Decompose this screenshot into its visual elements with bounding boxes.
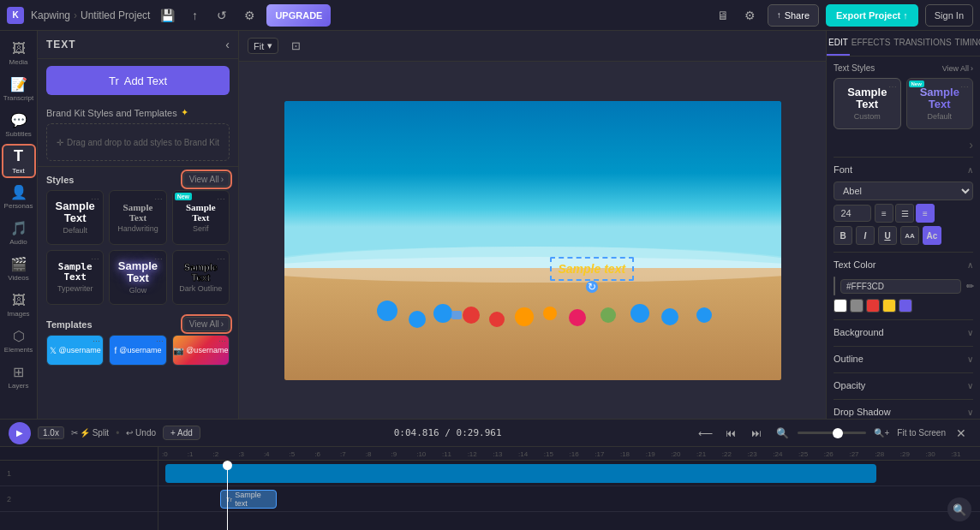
monitor-icon[interactable]: 🖥: [713, 5, 733, 26]
template-dots-icon[interactable]: ⋯: [93, 337, 100, 346]
rotate-handle[interactable]: ↻: [586, 281, 598, 293]
opacity-header[interactable]: Opacity ∨: [834, 378, 973, 392]
sidebar-item-text[interactable]: T Text: [2, 144, 36, 178]
color-preset-red[interactable]: [866, 299, 880, 313]
align-right-button[interactable]: ≡: [916, 204, 935, 223]
style-item-typewriter[interactable]: ⋯ SampleText Typewriter: [46, 250, 104, 305]
font-select[interactable]: Abel: [834, 182, 973, 200]
crop-icon[interactable]: ⊡: [285, 36, 306, 57]
ts-card-default[interactable]: New ⋯ SampleText Default: [906, 78, 974, 129]
highlight-button[interactable]: Ac: [923, 226, 941, 245]
style-item-handwriting[interactable]: ⋯ SampleText Handwriting: [109, 190, 166, 245]
text-clip[interactable]: Tr Sample text: [220, 490, 277, 509]
close-timeline-button[interactable]: ✕: [951, 423, 971, 444]
undo-button[interactable]: ↩ Undo: [126, 428, 156, 438]
upload-icon[interactable]: ↑: [184, 5, 205, 26]
style-item-dark-outline[interactable]: ⋯ SampleText Dark Outline: [172, 250, 230, 305]
speed-badge[interactable]: 1.0x: [38, 426, 64, 439]
playhead[interactable]: [227, 461, 228, 530]
add-button[interactable]: + Add: [163, 426, 200, 440]
style-item-glow[interactable]: ⋯ SampleText Glow: [109, 250, 166, 305]
template-dots-icon[interactable]: ⋯: [156, 337, 164, 346]
share-button[interactable]: ↑ Share: [768, 4, 819, 27]
history-icon[interactable]: ↺: [212, 5, 232, 26]
gear-icon[interactable]: ⚙: [740, 5, 761, 26]
style-dots-icon[interactable]: ⋯: [91, 194, 99, 204]
timeline-skip-end[interactable]: ⏭: [746, 423, 767, 444]
tab-timing[interactable]: TIMING: [953, 31, 980, 56]
zoom-in-icon[interactable]: 🔍+: [871, 423, 892, 444]
timeline-back-button[interactable]: ⟵: [695, 423, 715, 444]
template-item-twitter[interactable]: 𝕏 @username ⋯: [46, 335, 104, 366]
color-preset-purple[interactable]: [899, 299, 912, 313]
tab-transitions[interactable]: TRANSITIONS: [892, 31, 953, 56]
style-dots-icon[interactable]: ⋯: [91, 254, 99, 264]
canvas-frame[interactable]: Sample text ↻: [284, 101, 781, 380]
sidebar-item-personas[interactable]: 👤 Personas: [2, 180, 36, 214]
template-item-instagram[interactable]: 📷 @username ⋯: [172, 335, 230, 366]
video-clip[interactable]: [165, 464, 876, 483]
color-preset-gray[interactable]: [850, 299, 863, 313]
bold-button[interactable]: B: [834, 226, 852, 245]
template-item-facebook[interactable]: f @username ⋯: [109, 335, 166, 366]
ts-dots-icon[interactable]: ⋯: [888, 82, 897, 92]
fit-dropdown[interactable]: Fit ▾: [248, 38, 278, 54]
style-dots-icon[interactable]: ⋯: [154, 194, 163, 204]
align-center-button[interactable]: ☰: [895, 204, 914, 223]
tab-effects[interactable]: EFFECTS: [850, 31, 893, 56]
sidebar-item-media[interactable]: 🖼 Media: [2, 36, 36, 70]
style-dots-icon[interactable]: ⋯: [154, 254, 163, 264]
save-icon[interactable]: 💾: [157, 5, 177, 26]
background-header[interactable]: Background ∨: [834, 325, 973, 339]
play-button[interactable]: ▶: [9, 422, 31, 444]
upgrade-button[interactable]: UPGRADE: [266, 4, 331, 27]
text-selection-box[interactable]: Sample text ↻: [550, 257, 635, 281]
export-button[interactable]: Export Project ↑: [826, 4, 918, 27]
color-preset-yellow[interactable]: [882, 299, 896, 313]
font-size-input[interactable]: [834, 205, 871, 222]
align-left-button[interactable]: ≡: [875, 204, 893, 223]
style-dots-icon[interactable]: ⋯: [217, 254, 225, 264]
underline-button[interactable]: U: [878, 226, 897, 245]
drop-shadow-header[interactable]: Drop Shadow ∨: [834, 405, 973, 419]
search-button[interactable]: 🔍: [947, 497, 971, 521]
italic-button[interactable]: I: [856, 226, 875, 245]
sidebar-item-images[interactable]: 🖼 Images: [2, 288, 36, 322]
styles-view-all-button[interactable]: View All ›: [183, 172, 230, 187]
style-item-serif[interactable]: New ⋯ SampleText Serif: [172, 190, 230, 245]
brand-logo[interactable]: K: [7, 7, 24, 24]
color-preset-white[interactable]: [834, 299, 847, 313]
templates-view-all-button[interactable]: View All ›: [183, 317, 230, 331]
text-styles-view-all[interactable]: View All ›: [942, 64, 973, 73]
color-hex-input[interactable]: [840, 279, 961, 294]
template-dots-icon[interactable]: ⋯: [218, 337, 226, 346]
signin-button[interactable]: Sign In: [925, 4, 973, 27]
zoom-slider[interactable]: [798, 432, 866, 434]
sidebar-item-transcript[interactable]: 📝 Transcript: [2, 72, 36, 106]
zoom-out-icon[interactable]: 🔍: [772, 423, 792, 444]
sidebar-item-audio[interactable]: 🎵 Audio: [2, 216, 36, 250]
ts-dots-icon[interactable]: ⋯: [960, 82, 969, 92]
style-dots-icon[interactable]: ⋯: [217, 194, 225, 204]
text-color-header[interactable]: Text Color ∧: [834, 258, 973, 271]
sidebar-item-videos[interactable]: 🎬 Videos: [2, 252, 36, 286]
settings-icon[interactable]: ⚙: [239, 5, 260, 26]
font-header[interactable]: Font ∧: [834, 163, 973, 176]
add-text-button[interactable]: Tr Add Text: [46, 66, 230, 95]
ts-carousel-chevron[interactable]: ›: [969, 138, 973, 152]
color-edit-button[interactable]: ✏: [966, 281, 974, 292]
outline-header[interactable]: Outline ∨: [834, 352, 973, 366]
tab-edit[interactable]: EDIT: [827, 31, 850, 56]
collapse-panel-button[interactable]: ‹: [225, 38, 230, 51]
sidebar-item-layers[interactable]: ⊞ Layers: [2, 360, 36, 394]
split-button[interactable]: ✂ ⚡ Split: [71, 428, 109, 438]
style-item-default[interactable]: ⋯ SampleText Default: [46, 190, 104, 245]
color-swatch[interactable]: [834, 277, 835, 295]
ts-card-custom[interactable]: ⋯ SampleText Custom: [834, 78, 901, 129]
fit-to-screen-button[interactable]: Fit to Screen: [897, 428, 946, 438]
uppercase-button[interactable]: AA: [900, 226, 919, 245]
sidebar-item-elements[interactable]: ⬡ Elements: [2, 324, 36, 358]
sidebar-item-subtitles[interactable]: 💬 Subtitles: [2, 108, 36, 142]
brand-kit-drop[interactable]: ✛ Drag and drop to add styles to Brand K…: [46, 123, 230, 161]
timeline-skip-start[interactable]: ⏮: [720, 423, 741, 444]
